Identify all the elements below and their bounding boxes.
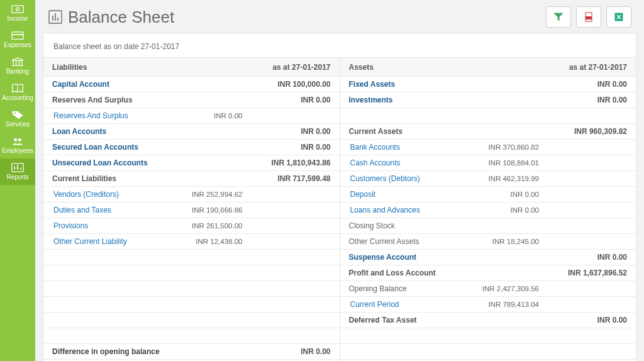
row-label: Reserves And Surplus [52,111,155,120]
table-row: Deferred Tax AssetINR 0.00 [340,313,636,328]
row-label: Reserves And Surplus [52,96,243,104]
table-row[interactable]: Other Current LiabilityINR 12,438.00 [43,234,340,250]
sidebar-item-reports[interactable]: Reports [0,158,35,185]
table-row [340,108,636,124]
row-label: Investments [349,96,540,104]
sidebar-item-services[interactable]: Services [0,106,35,132]
table-row: Current LiabilitiesINR 717,599.48 [43,171,340,187]
table-row[interactable]: DepositINR 0.00 [340,187,636,203]
header-date: as at 27-01-2017 [243,63,331,72]
svg-point-13 [18,138,21,141]
svg-point-1 [16,8,19,11]
assets-column: Assets as at 27-01-2017 Fixed AssetsINR … [340,58,636,361]
sidebar-item-label: Accounting [2,94,33,101]
svg-rect-23 [586,16,592,19]
table-row[interactable]: Capital AccountINR 100,000.00 [43,77,340,92]
chart-icon [11,163,24,172]
banknote-icon [11,4,24,14]
sidebar-item-employees[interactable]: Employees [0,132,35,158]
table-row[interactable]: Reserves And SurplusINR 0.00 [43,108,340,124]
table-row [43,328,340,344]
header-date: as at 27-01-2017 [539,63,627,72]
row-subtotal: INR 0.00 [155,112,243,119]
chart-icon [48,9,63,25]
tag-icon [11,110,24,119]
balance-sheet: Liabilities as at 27-01-2017 Capital Acc… [43,57,636,361]
export-excel-button[interactable] [606,6,631,28]
row-label: Suspense Account [349,253,540,262]
row-label: Fixed Assets [349,80,540,89]
table-row [340,344,636,360]
row-subtotal: INR 252,994.62 [155,191,243,198]
row-total: INR 0.00 [539,316,627,325]
bank-icon [11,57,24,67]
row-label: Provisions [52,221,155,230]
row-subtotal: INR 2,427,309.56 [451,285,539,292]
book-icon [11,84,24,93]
row-label: Loan Accounts [52,127,243,136]
table-row [43,297,340,313]
row-total: INR 0.00 [243,347,331,356]
table-row[interactable]: Secured Loan AccountsINR 0.00 [43,140,340,155]
sidebar-item-income[interactable]: Income [0,0,35,26]
row-label: Difference in opening balance [52,347,243,356]
row-label: Secured Loan Accounts [52,143,243,152]
row-total: INR 0.00 [243,96,331,104]
sidebar-item-accounting[interactable]: Accounting [0,79,35,106]
row-subtotal: INR 12,438.00 [155,238,243,245]
row-subtotal: INR 18,245.00 [451,238,539,245]
table-row: Difference in opening balanceINR 0.00 [43,344,340,360]
table-row[interactable]: Loans and AdvancesINR 0.00 [340,203,636,218]
table-row[interactable]: Bank AccountsINR 370,860.82 [340,140,636,155]
sidebar-item-banking[interactable]: Banking [0,53,35,79]
row-label: Duties and Taxes [52,206,155,214]
row-total: INR 0.00 [539,96,627,104]
filter-button[interactable] [546,6,571,28]
table-row [43,265,340,281]
excel-icon [614,12,624,22]
table-row: Reserves And SurplusINR 0.00 [43,92,340,108]
table-row[interactable]: Suspense AccountINR 0.00 [340,250,636,265]
table-row[interactable]: ProvisionsINR 261,500.00 [43,218,340,234]
table-row[interactable]: InvestmentsINR 0.00 [340,92,636,108]
table-row [43,250,340,265]
row-label: Bank Accounts [349,143,452,152]
table-row[interactable]: Loan AccountsINR 0.00 [43,124,340,140]
export-pdf-button[interactable] [576,6,601,28]
table-row[interactable]: Unsecured Loan AccountsINR 1,810,943.86 [43,155,340,171]
header-label: Liabilities [52,63,243,72]
svg-rect-2 [12,32,23,40]
sidebar-item-label: Banking [6,68,29,75]
row-label: Other Current Assets [349,237,452,246]
sidebar: Income Expenses Banking Accounting Servi… [0,0,35,361]
row-total: INR 960,309.82 [539,127,627,136]
row-label: Current Period [349,300,452,309]
table-row[interactable]: Customers (Debtors)INR 462,319.99 [340,171,636,187]
table-row [43,313,340,328]
column-header: Assets as at 27-01-2017 [340,58,636,77]
table-row[interactable]: Vendors (Creditors)INR 252,994.62 [43,187,340,203]
table-row[interactable]: Duties and TaxesINR 190,666.86 [43,203,340,218]
row-label: Opening Balance [349,284,452,293]
sidebar-item-expenses[interactable]: Expenses [0,26,35,53]
table-row[interactable]: Cash AccountsINR 108,884.01 [340,155,636,171]
row-label: Deferred Tax Asset [349,316,540,325]
svg-rect-0 [12,6,23,13]
table-row [340,328,636,344]
table-row[interactable]: Current PeriodINR 789,413.04 [340,297,636,313]
row-label: Deposit [349,190,452,199]
row-subtotal: INR 190,666.86 [155,206,243,214]
row-label: Current Assets [349,127,540,136]
row-subtotal: INR 462,319.99 [451,175,539,182]
column-footer: Difference in opening balanceINR 0.00 To… [43,344,340,361]
table-row: Profit and Loss AccountINR 1,637,896.52 [340,265,636,281]
card-icon [11,31,24,40]
pdf-icon [584,12,594,22]
header-label: Assets [349,63,540,72]
row-label: Cash Accounts [349,158,452,167]
row-subtotal: INR 370,860.82 [451,143,539,151]
row-subtotal: INR 261,500.00 [155,222,243,230]
table-row[interactable]: Fixed AssetsINR 0.00 [340,77,636,92]
row-total: INR 0.00 [539,80,627,89]
table-row: Current AssetsINR 960,309.82 [340,124,636,140]
